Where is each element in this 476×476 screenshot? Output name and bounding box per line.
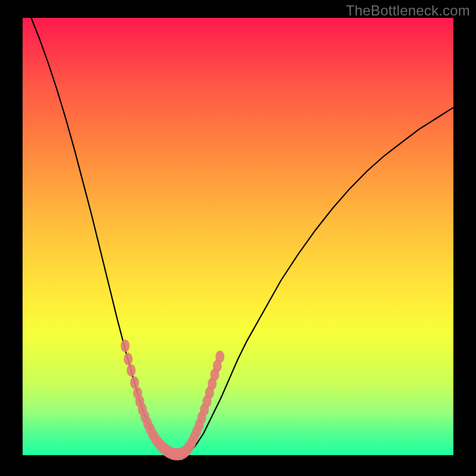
- data-marker: [215, 350, 224, 363]
- chart-frame: TheBottleneck.com: [0, 0, 476, 476]
- bottleneck-curve: [31, 18, 453, 455]
- data-marker: [127, 364, 136, 377]
- bottleneck-chart: [23, 18, 453, 455]
- data-marker: [121, 340, 130, 352]
- data-marker: [124, 353, 133, 365]
- marker-group: [121, 340, 224, 461]
- watermark-text: TheBottleneck.com: [346, 2, 470, 19]
